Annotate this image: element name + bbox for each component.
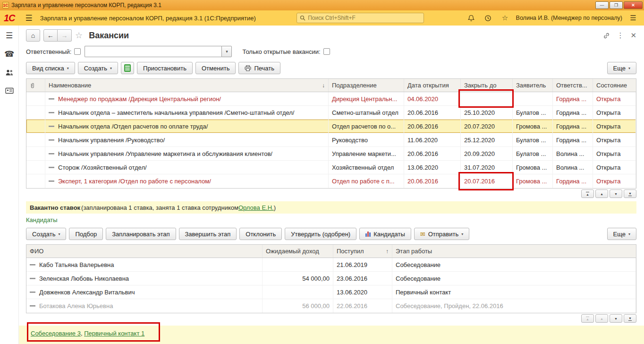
vacancy-rates-bold: Вакантно ставок (30, 204, 80, 211)
candidate-create-button[interactable]: Создать▾ (26, 228, 66, 240)
table-row[interactable]: Начальник отдела – заместитель начальник… (26, 106, 636, 120)
column-header-name[interactable]: Наименование↓ (45, 79, 329, 92)
home-button[interactable]: ⌂ (26, 29, 40, 42)
row-icon (30, 292, 35, 293)
candidate-row[interactable]: Кабо Татьяна Валерьевна 21.06.2019 Собес… (26, 258, 636, 272)
search-input[interactable] (308, 15, 421, 21)
table-row[interactable]: Начальник управления /Управление маркети… (26, 147, 636, 161)
interview-stage-link[interactable]: Собеседование 3 (31, 330, 81, 337)
column-header-received[interactable]: Поступил↑ (333, 245, 392, 258)
scroll-bottom-button[interactable]: ▼ (624, 189, 636, 198)
responsible-label: Ответственный: (26, 48, 71, 55)
scroll-top-button[interactable]: ▲ (581, 189, 594, 198)
table-row-selected[interactable]: Начальник отдела /Отдел расчетов по опла… (26, 120, 636, 133)
row-icon (49, 167, 54, 168)
scroll-top-button[interactable]: ▲ (581, 314, 594, 323)
send-button[interactable]: ✉Отправить▾ (414, 228, 469, 240)
cancel-button[interactable]: Отменить (195, 62, 236, 74)
vacancies-pager: ▲ ▲ ▼ ▼ (26, 189, 636, 199)
scroll-up-button[interactable]: ▲ (595, 314, 608, 323)
suspend-button[interactable]: Приостановить (137, 62, 193, 74)
employees-icon[interactable] (4, 67, 15, 77)
employee-link[interactable]: Орлова Е.Н. (238, 204, 274, 211)
attachment-column-header[interactable] (26, 79, 45, 92)
more-actions-dots-icon[interactable]: ⋮ (617, 31, 624, 40)
view-list-button[interactable]: Вид списка▾ (26, 62, 75, 74)
create-copy-button[interactable] (121, 62, 134, 74)
vacancies-toolbar: Вид списка▾ Создать▾ Приостановить Отмен… (26, 61, 636, 75)
candidates-report-button[interactable]: Кандидаты (359, 228, 411, 240)
candidates-pager: ▲ ▲ ▼ ▼ (26, 314, 636, 324)
finish-stage-button[interactable]: Завершить этап (179, 228, 237, 240)
approve-button[interactable]: Утвердить (одобрен) (285, 228, 356, 240)
restore-button[interactable]: ❐ (610, 1, 623, 9)
global-search[interactable] (297, 13, 424, 23)
forward-button[interactable]: → (58, 29, 72, 42)
envelope-icon: ✉ (420, 231, 425, 238)
column-header-stage[interactable]: Этап работы (392, 245, 636, 258)
column-header-applicant[interactable]: Заявитель (513, 79, 553, 92)
row-icon (49, 181, 54, 182)
column-header-fio[interactable]: ФИО (26, 245, 263, 258)
column-header-income[interactable]: Ожидаемый доход (263, 245, 333, 258)
get-link-icon[interactable] (603, 32, 610, 39)
chevron-down-icon: ▾ (110, 66, 112, 70)
chevron-down-icon: ▾ (628, 232, 630, 236)
reject-button[interactable]: Отклонить (239, 228, 282, 240)
1c-logo[interactable]: 1С (4, 13, 18, 24)
favorites-star-icon[interactable]: ☆ (499, 14, 511, 22)
create-button[interactable]: Создать▾ (78, 62, 118, 74)
vacancy-name: Начальник отдела /Отдел расчетов по опла… (58, 123, 208, 130)
candidates-more-button[interactable]: Еще▾ (607, 228, 636, 240)
history-icon[interactable] (482, 15, 494, 22)
sections-menu-icon[interactable]: ☰ (4, 30, 15, 41)
column-header-department[interactable]: Подразделение (329, 79, 404, 92)
responsible-checkbox[interactable] (74, 48, 81, 55)
row-icon (30, 278, 35, 279)
candidate-row[interactable]: Довженков Александр Витальвич 13.06.2020… (26, 285, 636, 299)
candidates-table-header: ФИО Ожидаемый доход Поступил↑ Этап работ… (26, 245, 636, 258)
back-button[interactable]: ← (43, 29, 58, 42)
add-favorite-star-icon[interactable]: ☆ (75, 30, 83, 41)
first-contact-stage-link[interactable]: Первичный контакт 1 (84, 330, 144, 337)
scroll-up-button[interactable]: ▲ (595, 189, 608, 198)
table-row[interactable]: Эксперт, 1 категория /Отдел по работе с … (26, 174, 636, 188)
column-header-state[interactable]: Состояние (593, 79, 636, 92)
more-button[interactable]: Еще▾ (607, 62, 636, 74)
page-title: Вакансии (89, 31, 129, 41)
vacancy-name: Начальник управления /Руководство/ (58, 137, 165, 144)
scroll-down-button[interactable]: ▼ (610, 189, 622, 198)
badge-card-icon[interactable] (4, 86, 15, 96)
print-button[interactable]: Печать (238, 62, 280, 74)
minimize-button[interactable]: — (595, 1, 609, 9)
scroll-down-button[interactable]: ▼ (610, 314, 622, 323)
row-icon (49, 126, 54, 127)
table-row[interactable]: Менеджер по продажам /Дирекция Центральн… (26, 92, 636, 106)
close-window-button[interactable]: ✕ (624, 1, 643, 9)
column-header-close-by[interactable]: Закрыть до (461, 79, 513, 92)
table-row[interactable]: Начальник управления /Руководство/ Руков… (26, 133, 636, 147)
vacancies-table-header: Наименование↓ Подразделение Дата открыти… (26, 79, 636, 92)
phone-contacts-icon[interactable]: ☎ (4, 49, 15, 59)
scroll-bottom-button[interactable]: ▼ (624, 314, 636, 323)
main-menu-icon[interactable]: ☰ (23, 13, 35, 23)
plan-stage-button[interactable]: Запланировать этап (106, 228, 176, 240)
candidate-row[interactable]: Ботакова Алена Юрьевна 56 000,00 22.06.2… (26, 299, 636, 313)
chevron-down-icon: ▾ (58, 232, 60, 236)
service-menu-icon[interactable]: ☰ (627, 14, 639, 22)
column-header-open-date[interactable]: Дата открытия (404, 79, 461, 92)
candidate-row[interactable]: Зеленская Любовь Николаевна 54 000,00 23… (26, 272, 636, 285)
notifications-bell-icon[interactable] (465, 15, 477, 22)
column-header-responsible[interactable]: Ответств... (553, 79, 593, 92)
row-icon (49, 153, 54, 155)
app-title: Зарплата и управление персоналом КОРП, р… (40, 15, 256, 22)
chevron-down-icon: ▾ (628, 66, 630, 70)
responsible-dropdown-icon[interactable]: ▾ (221, 46, 232, 57)
responsible-input[interactable] (85, 46, 221, 57)
selection-button[interactable]: Подбор (69, 228, 103, 240)
current-user[interactable]: Волина И.В. (Менеджер по персоналу) (516, 15, 622, 21)
only-open-checkbox[interactable] (323, 48, 330, 55)
form-navigation-row: ⌂ ← → ☆ Вакансии ⋮ ✕ (26, 28, 636, 43)
close-form-icon[interactable]: ✕ (630, 31, 636, 40)
table-row[interactable]: Сторож /Хозяйственный отдел/ Хозяйственн… (26, 161, 636, 174)
